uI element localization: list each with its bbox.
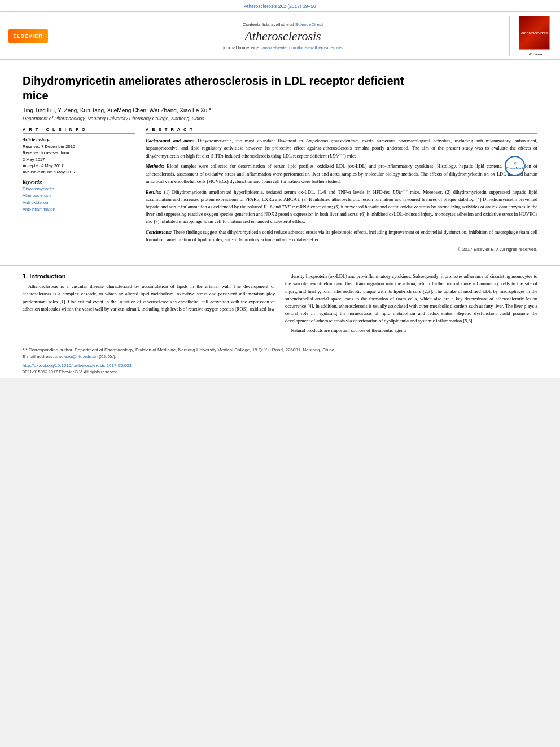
journal-citation: Atherosclerosis 262 (2017) 39–50 — [0, 0, 560, 11]
fas-logo: FAS ●●● — [527, 52, 542, 56]
footer: * * Corresponding author. Department of … — [0, 343, 560, 378]
abstract-text: Background and aims: Dihydromyricetin, t… — [146, 137, 537, 253]
contents-line: Contents lists available at ScienceDirec… — [243, 22, 323, 27]
abstract-background: Background and aims: Dihydromyricetin, t… — [146, 137, 537, 160]
keyword-2[interactable]: Atherosclerosis — [23, 193, 135, 199]
introduction-left: 1. Introduction Atherosclerosis is a vas… — [23, 273, 275, 337]
crossmark-text: ✕CrossMark — [506, 161, 523, 171]
article-info-column: A R T I C L E I N F O Article history: R… — [23, 127, 135, 253]
revised-label: Received in revised form — [23, 150, 135, 156]
email-authors: (X.l. Xu). — [99, 354, 116, 359]
issn-line: 0021-9150/© 2017 Elsevier B.V. All right… — [23, 369, 537, 374]
revised-date: 2 May 2017 — [23, 156, 135, 163]
received-date: Received 7 December 2016 — [23, 143, 135, 150]
email-link[interactable]: xiaolexu@ntu.edu.cn — [55, 354, 98, 359]
keyword-3[interactable]: Anti-oxidation — [23, 199, 135, 206]
intro-paragraph-2: density lipoprotein (ox-LDL) and pro-inf… — [285, 273, 537, 325]
introduction-right: density lipoprotein (ox-LDL) and pro-inf… — [285, 273, 537, 337]
keywords-section: Keywords: Dihydromyricetin Atheroscleros… — [23, 180, 135, 213]
journal-title: Atherosclerosis — [244, 29, 321, 43]
introduction-section: 1. Introduction Atherosclerosis is a vas… — [0, 273, 560, 337]
publisher-logo-area: ELSEVIER — [6, 16, 56, 56]
introduction-body-left: Atherosclerosis is a vascular disease ch… — [23, 283, 275, 313]
journal-cover-area: atherosclerosis FAS ●●● — [509, 16, 554, 56]
footnote-text: * Corresponding author. Department of Ph… — [25, 347, 335, 352]
abstract-conclusions: Conclusions: These findings suggest that… — [146, 229, 537, 243]
abstract-label: A B S T R A C T — [146, 127, 537, 134]
crossmark-badge[interactable]: ✕CrossMark — [505, 156, 526, 177]
journal-citation-link[interactable]: Atherosclerosis 262 (2017) 39–50 — [244, 3, 316, 9]
elsevier-label: ELSEVIER — [13, 33, 43, 39]
intro-paragraph-1: Atherosclerosis is a vascular disease ch… — [23, 283, 275, 313]
affiliation-line: Department of Pharmacology, Nantong Univ… — [23, 116, 537, 121]
elsevier-logo: ELSEVIER — [8, 29, 48, 43]
introduction-title: 1. Introduction — [23, 273, 275, 279]
introduction-body-right: density lipoprotein (ox-LDL) and pro-inf… — [285, 273, 537, 334]
history-label: Article history: — [23, 137, 135, 142]
email-label: E-mail address: — [23, 354, 54, 359]
crossmark-circle: ✕CrossMark — [505, 156, 525, 176]
keyword-4[interactable]: Anti-inflammation — [23, 206, 135, 213]
accepted-date: Accepted 4 May 2017 — [23, 163, 135, 169]
authors-text: Ting Ting Liu, Yi Zeng, Kun Tang, XueMen… — [23, 107, 211, 113]
paper-title: Dihydromyricetin ameliorates atheroscler… — [23, 73, 424, 103]
authors-line: Ting Ting Liu, Yi Zeng, Kun Tang, XueMen… — [23, 107, 537, 113]
keywords-label: Keywords: — [23, 180, 135, 185]
homepage-line: journal homepage: www.elsevier.com/locat… — [223, 45, 343, 50]
available-date: Available online 5 May 2017 — [23, 169, 135, 175]
doi-section: http://dx.doi.org/10.1016/j.atherosclero… — [23, 362, 537, 368]
journal-header: ELSEVIER Contents lists available at Sci… — [0, 11, 560, 60]
journal-cover-image: atherosclerosis — [519, 16, 550, 50]
article-history: Article history: Received 7 December 201… — [23, 137, 135, 175]
footnote-corresponding: * * Corresponding author. Department of … — [23, 347, 537, 353]
abstract-methods: Methods: Blood samples were collected fo… — [146, 163, 537, 185]
doi-link[interactable]: http://dx.doi.org/10.1016/j.atherosclero… — [23, 363, 132, 368]
intro-paragraph-3: Natural products are important sources o… — [285, 327, 537, 334]
copyright-line: © 2017 Elsevier B.V. All rights reserved… — [146, 246, 537, 253]
article-info-label: A R T I C L E I N F O — [23, 127, 135, 134]
footnote-email: E-mail address: xiaolexu@ntu.edu.cn (X.l… — [23, 353, 537, 360]
main-content: ✕CrossMark Dihydromyricetin ameliorates … — [0, 60, 560, 259]
abstract-column: A B S T R A C T Background and aims: Dih… — [146, 127, 537, 253]
section-title: Introduction — [29, 273, 65, 279]
abstract-results: Results: (1) Dihydromyricetin ameliorate… — [146, 188, 537, 226]
homepage-link[interactable]: www.elsevier.com/locate/atherosclerosis — [262, 45, 343, 50]
journal-info-center: Contents lists available at ScienceDirec… — [62, 16, 504, 56]
keyword-1[interactable]: Dihydromyricetin — [23, 186, 135, 193]
article-info-abstract-section: A R T I C L E I N F O Article history: R… — [23, 127, 537, 253]
section-number: 1. — [23, 273, 28, 279]
sciencedirect-link[interactable]: ScienceDirect — [295, 22, 323, 27]
